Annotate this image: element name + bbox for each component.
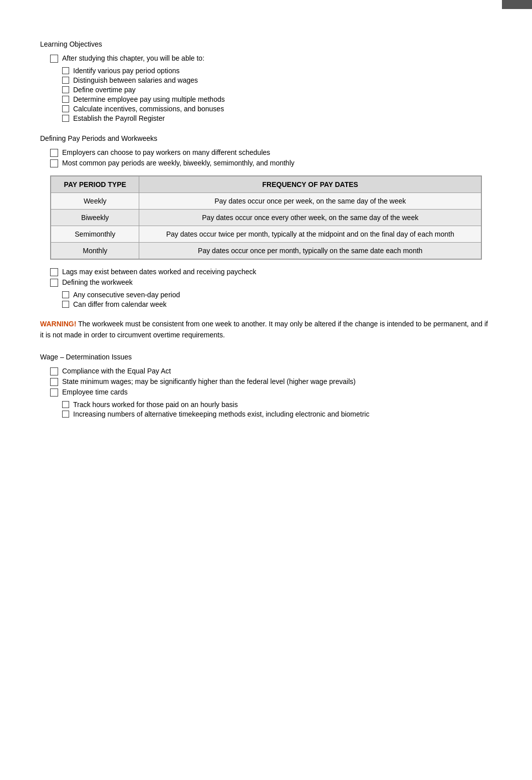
learning-objectives-title: Learning Objectives <box>40 40 492 48</box>
col-header-frequency: FREQUENCY OF PAY DATES <box>139 176 481 193</box>
item-text: Any consecutive seven-day period <box>73 291 180 299</box>
list-item: Distinguish between salaries and wages <box>62 76 492 84</box>
list-item: Any consecutive seven-day period <box>62 291 492 299</box>
row-type: Semimonthly <box>51 226 139 243</box>
intro-text: After studying this chapter, you will be… <box>62 54 204 62</box>
list-item: Compliance with the Equal Pay Act <box>50 367 492 375</box>
table-row: Semimonthly Pay dates occur twice per mo… <box>51 226 481 243</box>
wage-section-title: Wage – Determination Issues <box>40 353 492 361</box>
bullet-icon <box>50 159 58 167</box>
table-row: Weekly Pay dates occur once per week, on… <box>51 193 481 210</box>
defining-pay-bullets: Employers can choose to pay workers on m… <box>50 148 492 167</box>
item-text: Determine employee pay using multiple me… <box>73 95 225 103</box>
top-bar-decoration <box>502 0 532 9</box>
row-type: Biweekly <box>51 210 139 226</box>
list-item: Most common pay periods are weekly, biwe… <box>50 159 492 167</box>
list-item: Establish the Payroll Register <box>62 114 492 122</box>
row-description: Pay dates occur twice per month, typical… <box>139 226 481 243</box>
item-text: Track hours worked for those paid on an … <box>73 401 238 409</box>
chapter-title <box>40 20 492 25</box>
bullet-icon <box>50 268 58 276</box>
sub-bullet-icon <box>62 96 69 103</box>
employee-time-subitems: Track hours worked for those paid on an … <box>62 401 492 418</box>
sub-bullet-icon <box>62 301 69 308</box>
list-item: Track hours worked for those paid on an … <box>62 401 492 409</box>
pay-period-table-container: PAY PERIOD TYPE FREQUENCY OF PAY DATES W… <box>50 175 482 260</box>
bullet-icon <box>50 279 58 287</box>
row-type: Monthly <box>51 243 139 259</box>
learning-objectives-subitems: Identify various pay period options Dist… <box>62 67 492 122</box>
bullet-icon <box>50 378 58 386</box>
bullet-text: Defining the workweek <box>62 278 133 286</box>
list-item: Defining the workweek <box>50 278 492 287</box>
item-text: Define overtime pay <box>73 86 136 94</box>
bullet-icon <box>50 149 58 157</box>
list-item-intro: After studying this chapter, you will be… <box>50 54 492 63</box>
bullet-text: Most common pay periods are weekly, biwe… <box>62 159 295 167</box>
sub-bullet-icon <box>62 291 69 298</box>
list-item: Employers can choose to pay workers on m… <box>50 148 492 157</box>
pay-period-table: PAY PERIOD TYPE FREQUENCY OF PAY DATES W… <box>51 176 481 259</box>
bullet-icon <box>50 367 58 375</box>
list-item: Determine employee pay using multiple me… <box>62 95 492 103</box>
learning-objectives-list: After studying this chapter, you will be… <box>50 54 492 63</box>
post-table-bullets: Lags may exist between dates worked and … <box>50 268 492 287</box>
list-item: Define overtime pay <box>62 86 492 94</box>
row-description: Pay dates occur once every other week, o… <box>139 210 481 226</box>
sub-bullet-icon <box>62 77 69 84</box>
item-text: Can differ from calendar week <box>73 300 167 308</box>
sub-bullet-icon <box>62 115 69 122</box>
item-text: Calculate incentives, commissions, and b… <box>73 105 224 113</box>
table-row: Biweekly Pay dates occur once every othe… <box>51 210 481 226</box>
list-item: Identify various pay period options <box>62 67 492 75</box>
sub-bullet-icon <box>62 86 69 93</box>
bullet-text: Lags may exist between dates worked and … <box>62 268 256 276</box>
sub-bullet-icon <box>62 411 69 418</box>
list-item: Can differ from calendar week <box>62 300 492 308</box>
bullet-icon <box>50 55 58 63</box>
list-item: Employee time cards <box>50 388 492 397</box>
item-text: Increasing numbers of alternative timeke… <box>73 410 369 418</box>
list-item: Increasing numbers of alternative timeke… <box>62 410 492 418</box>
bullet-text: Employers can choose to pay workers on m… <box>62 148 270 156</box>
table-row: Monthly Pay dates occur once per month, … <box>51 243 481 259</box>
list-item: Lags may exist between dates worked and … <box>50 268 492 276</box>
sub-bullet-icon <box>62 67 69 74</box>
sub-bullet-icon <box>62 401 69 408</box>
row-type: Weekly <box>51 193 139 210</box>
item-text: Distinguish between salaries and wages <box>73 76 198 84</box>
warning-text: The workweek must be consistent from one… <box>40 320 488 339</box>
list-item: State minimum wages; may be significantl… <box>50 377 492 386</box>
defining-pay-title: Defining Pay Periods and Workweeks <box>40 134 492 142</box>
warning-block: WARNING! The workweek must be consistent… <box>40 318 492 341</box>
bullet-icon <box>50 388 58 397</box>
employee-time-label: Employee time cards <box>62 388 128 396</box>
workweek-sub-bullets: Any consecutive seven-day period Can dif… <box>62 291 492 308</box>
col-header-type: PAY PERIOD TYPE <box>51 176 139 193</box>
row-description: Pay dates occur once per month, typicall… <box>139 243 481 259</box>
warning-label: WARNING! <box>40 320 76 328</box>
bullet-text: State minimum wages; may be significantl… <box>62 377 356 385</box>
item-text: Identify various pay period options <box>73 67 179 75</box>
row-description: Pay dates occur once per week, on the sa… <box>139 193 481 210</box>
wage-bullets: Compliance with the Equal Pay Act State … <box>50 367 492 397</box>
list-item: Calculate incentives, commissions, and b… <box>62 105 492 113</box>
page: Learning Objectives After studying this … <box>0 0 532 780</box>
sub-bullet-icon <box>62 105 69 112</box>
item-text: Establish the Payroll Register <box>73 114 165 122</box>
bullet-text: Compliance with the Equal Pay Act <box>62 367 171 375</box>
